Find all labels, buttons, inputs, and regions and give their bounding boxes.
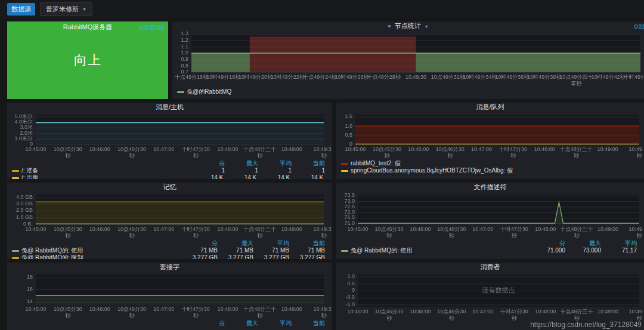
legend-row[interactable]: 兔@ RabbitMQ的: 使用71.00073.00071.17	[341, 247, 637, 254]
panel-messages-host: 消息/主机 分最大平均当前/: 准备1111/: 出版14 K.14 K.14 …	[7, 103, 332, 179]
legend-row[interactable]: springCloudBus.anonymous.8qJcyHOBTZCTOjw…	[341, 167, 637, 174]
legend-stat-value: 71 MB	[218, 247, 253, 254]
series-color-icon	[341, 250, 348, 252]
chevron-down-icon: ▼	[425, 24, 429, 29]
node-stats-chart[interactable]	[174, 30, 643, 88]
datasource-select[interactable]: 普罗米修斯 ▼	[40, 2, 92, 16]
panel-title-memory[interactable]: 记忆	[7, 183, 332, 192]
refresh-interval-link[interactable]: ⊙回后3秒	[138, 23, 165, 32]
messages-host-legend: 分最大平均当前/: 准备1111/: 出版14 K.14 K.14 K.14 K…	[7, 159, 332, 179]
legend-series-label: /: 准备	[21, 167, 38, 174]
legend-column-header[interactable]: 分	[530, 240, 565, 247]
series-color-icon	[12, 250, 19, 252]
legend-column-header[interactable]: 平均	[601, 240, 637, 247]
chevron-down-icon: ▼	[82, 7, 86, 11]
file-descriptors-chart[interactable]	[338, 192, 643, 239]
legend-column-header[interactable]: 最大	[225, 160, 258, 167]
consumers-chart[interactable]	[338, 272, 643, 322]
series-color-icon	[12, 177, 19, 179]
legend-stat-value: 71.17	[601, 247, 637, 254]
legend-stat-value: 3.277 GB	[182, 254, 218, 259]
legend-stat-value: 14 K.	[191, 174, 225, 179]
panel-node-stats: ♥ 节点统计 ▼ ⊙回后3秒 兔@的RabbitMQ	[172, 21, 644, 99]
legend-row[interactable]: 兔@ RabbitMQ的: 使用71 MB71 MB71 MB71 MB	[12, 247, 325, 254]
legend-column-header[interactable]: 当前	[292, 160, 325, 167]
legend-series-label: 兔@ RabbitMQ的: 使用	[351, 247, 413, 254]
legend-column-header[interactable]: 平均	[253, 240, 289, 247]
legend-column-header[interactable]: 最大	[225, 320, 258, 327]
legend-row[interactable]: rabbitMQ_test2: 假	[341, 160, 637, 167]
panel-sockets: 套接字 分最大平均当前	[7, 263, 332, 330]
panel-title-file-descriptors[interactable]: 文件描述符	[336, 183, 644, 192]
legend-stat-value: 1	[191, 167, 225, 174]
top-nav: 数据源 普罗米修斯 ▼	[0, 0, 644, 18]
legend-stat-value: 71 MB	[182, 247, 218, 254]
legend-row[interactable]: 兔@的RabbitMQ	[177, 88, 637, 95]
legend-series-label: 兔@的RabbitMQ	[187, 88, 231, 95]
legend-stat-value: 1	[225, 167, 258, 174]
panel-title-text: RabbitMQ服务器	[63, 23, 113, 30]
legend-stat-value: 14 K.	[258, 174, 292, 179]
panel-title-text: 文件描述符	[474, 183, 507, 190]
legend-stat-value: 73.000	[565, 247, 601, 254]
legend-column-header[interactable]: 最大	[565, 240, 601, 247]
heart-icon: ♥	[388, 23, 391, 29]
panel-title-text: 消息/主机	[156, 103, 184, 110]
legend-header-row: 分最大平均当前	[12, 320, 325, 327]
panel-title-rabbitmq-server[interactable]: RabbitMQ服务器 ⊙回后3秒	[7, 23, 168, 32]
legend-series-label: 兔@ RabbitMQ的: 限制	[21, 254, 83, 259]
panel-file-descriptors: 文件描述符 分最大平均兔@ RabbitMQ的: 使用71.00073.0007…	[336, 183, 644, 259]
messages-host-chart[interactable]	[8, 112, 331, 159]
watermark: https://blog.csdn.net/log_37128049	[530, 320, 642, 329]
legend-column-header[interactable]: 分	[191, 320, 225, 327]
series-color-icon	[341, 170, 348, 172]
series-color-icon	[12, 257, 19, 259]
series-color-icon	[341, 163, 348, 165]
legend-header-row: 分最大平均当前	[12, 240, 325, 247]
legend-series-label: springCloudBus.anonymous.8qJcyHOBTZCTOjw…	[351, 167, 513, 174]
memory-chart[interactable]	[8, 192, 331, 239]
legend-column-header[interactable]: 分	[182, 240, 218, 247]
legend-column-header[interactable]: 当前	[289, 240, 325, 247]
legend-column-header[interactable]: 平均	[258, 160, 292, 167]
legend-column-header[interactable]: 最大	[218, 240, 253, 247]
legend-stat-value: 71 MB	[289, 247, 325, 254]
panel-title-node-stats[interactable]: ♥ 节点统计 ▼ ⊙回后3秒	[172, 21, 644, 30]
legend-row[interactable]: /: 准备1111	[12, 167, 325, 174]
refresh-interval-link[interactable]: ⊙回后3秒	[633, 22, 644, 31]
legend-series-label: /: 出版	[21, 174, 38, 179]
file-descriptors-legend: 分最大平均兔@ RabbitMQ的: 使用71.00073.00071.17	[336, 239, 644, 254]
panel-rabbitmq-server: RabbitMQ服务器 ⊙回后3秒 向上	[7, 21, 168, 99]
panel-memory: 记忆 分最大平均当前兔@ RabbitMQ的: 使用71 MB71 MB71 M…	[7, 183, 332, 259]
datasource-value: 普罗米修斯	[46, 5, 79, 14]
legend-column-header[interactable]: 当前	[292, 320, 325, 327]
panel-title-text: 消费者	[481, 263, 500, 270]
panel-title-messages-host[interactable]: 消息/主机	[7, 103, 332, 112]
legend-header-row: 分最大平均	[341, 240, 637, 247]
panel-title-text: 消息/队列	[476, 103, 504, 110]
legend-series-label: rabbitMQ_test2: 假	[351, 160, 401, 167]
series-color-icon	[12, 170, 19, 172]
legend-stat-value: 14 K.	[225, 174, 258, 179]
panel-title-messages-queue[interactable]: 消息/队列	[336, 103, 644, 112]
legend-column-header[interactable]: 平均	[258, 320, 292, 327]
datasource-badge[interactable]: 数据源	[7, 3, 35, 16]
legend-stat-value: 3.277 GB	[289, 254, 325, 259]
legend-column-header[interactable]: 分	[191, 160, 225, 167]
legend-series-label: 兔@ RabbitMQ的: 使用	[21, 247, 83, 254]
panel-messages-queue: 消息/队列 rabbitMQ_test2: 假springCloudBus.an…	[336, 103, 644, 179]
sockets-legend: 分最大平均当前	[7, 319, 332, 327]
messages-queue-chart[interactable]	[338, 112, 643, 159]
panel-title-sockets[interactable]: 套接字	[7, 263, 332, 272]
legend-stat-value: 1	[258, 167, 292, 174]
panel-title-consumers[interactable]: 消费者	[336, 263, 644, 272]
series-color-icon	[177, 91, 184, 93]
panel-title-text: 节点统计	[395, 22, 421, 29]
legend-row[interactable]: /: 出版14 K.14 K.14 K.14 K.	[12, 174, 325, 179]
legend-row[interactable]: 兔@ RabbitMQ的: 限制3.277 GB3.277 GB3.277 GB…	[12, 254, 325, 259]
sockets-chart[interactable]	[8, 272, 331, 319]
panel-title-text: 记忆	[163, 183, 177, 190]
legend-stat-value: 1	[292, 167, 325, 174]
legend-header-row: 分最大平均当前	[12, 160, 325, 167]
memory-legend: 分最大平均当前兔@ RabbitMQ的: 使用71 MB71 MB71 MB71…	[7, 239, 332, 259]
